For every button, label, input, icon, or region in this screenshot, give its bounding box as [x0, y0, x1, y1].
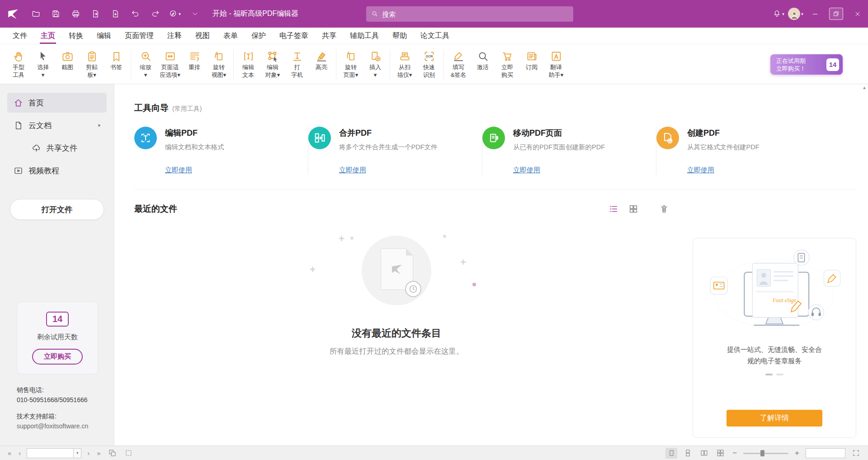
sidebar-item-cloud-docs[interactable]: 云文档 ▾: [7, 115, 107, 135]
ribbon-fit-page-options[interactable]: 页面适 应选项▾: [158, 48, 182, 80]
page-number-input[interactable]: [27, 448, 74, 458]
chevron-down-icon: ▾: [801, 12, 803, 16]
ribbon-collapse-button[interactable]: [186, 5, 203, 23]
ribbon-select[interactable]: 选择 ▾: [31, 48, 55, 80]
close-button[interactable]: [847, 0, 868, 28]
ribbon-insert[interactable]: 插入 ▾: [363, 48, 387, 80]
menu-item-paper-tools[interactable]: 论文工具: [415, 28, 455, 44]
ribbon-edit-text[interactable]: 编辑 文本: [236, 48, 260, 80]
sign-protect-button[interactable]: ▾: [166, 5, 184, 23]
sidebar-item-video-tutorials[interactable]: 视频教程: [7, 161, 107, 180]
continuous-view-button[interactable]: [682, 448, 693, 459]
menu-item-form[interactable]: 表单: [218, 28, 243, 44]
first-page-button[interactable]: «: [6, 449, 13, 457]
zoom-slider-track: [743, 453, 788, 454]
menu-item-share[interactable]: 共享: [316, 28, 342, 44]
ribbon-label: 选择: [37, 63, 49, 71]
ribbon-fill-sign[interactable]: 填写 &签名: [446, 48, 471, 80]
carousel-dot-active[interactable]: [765, 374, 773, 375]
menu-item-home[interactable]: 主页: [35, 28, 61, 44]
buy-now-button[interactable]: 立即购买: [32, 349, 83, 365]
ribbon-bookmark[interactable]: 书签: [104, 48, 128, 72]
zoom-slider[interactable]: [743, 450, 788, 456]
share-document-button[interactable]: [107, 5, 124, 23]
account-avatar-button[interactable]: ▾: [787, 5, 804, 23]
menu-item-esign[interactable]: 电子签章: [274, 28, 314, 44]
open-file-button[interactable]: 打开文件: [10, 199, 104, 220]
list-view-button[interactable]: [609, 204, 618, 214]
single-page-view-button[interactable]: [665, 448, 677, 459]
menu-item-view[interactable]: 视图: [190, 28, 215, 44]
select-area-button[interactable]: [123, 448, 135, 459]
menu-item-file[interactable]: 文件: [7, 28, 33, 44]
grid-view-button[interactable]: [628, 204, 638, 214]
minimize-button[interactable]: [804, 0, 826, 28]
support-email-link[interactable]: support@foxitsoftware.cn: [17, 421, 105, 431]
contact-info: 销售电话: 010-50951668/50951666 技术支持邮箱: supp…: [0, 385, 114, 446]
redo-button[interactable]: [146, 5, 164, 23]
carousel-dot[interactable]: [776, 374, 783, 375]
next-page-button[interactable]: ›: [86, 449, 91, 457]
zoom-in-button[interactable]: +: [793, 449, 801, 458]
ribbon-quick-ocr[interactable]: OCR 快速 识别: [417, 48, 441, 80]
sidebar-item-shared-files[interactable]: 共享文件: [25, 138, 107, 158]
search-input[interactable]: [382, 10, 568, 18]
zoom-level-input[interactable]: [806, 448, 845, 458]
ribbon-typewriter[interactable]: 打 字机: [285, 48, 309, 80]
edit-pdf-icon: [134, 127, 157, 149]
empty-state-description: 所有最近打开过的文件都会显示在这里。: [302, 346, 491, 356]
learn-more-button[interactable]: 了解详情: [726, 410, 822, 427]
notifications-bell-button[interactable]: ▾: [770, 5, 787, 23]
ribbon-rotate-view[interactable]: 旋转 视图▾: [207, 48, 231, 80]
search-box[interactable]: [366, 6, 573, 22]
zoom-out-button[interactable]: −: [731, 449, 739, 458]
ribbon-zoom[interactable]: 缩放 ▾: [133, 48, 158, 80]
menu-item-convert[interactable]: 转换: [63, 28, 89, 44]
restore-button[interactable]: [826, 0, 847, 28]
open-folder-button[interactable]: [27, 5, 44, 23]
fullscreen-button[interactable]: [850, 448, 862, 459]
menu-item-help[interactable]: 帮助: [387, 28, 412, 44]
menu-item-edit[interactable]: 编辑: [91, 28, 117, 44]
two-page-view-button[interactable]: [698, 448, 710, 459]
export-pdf-button[interactable]: [87, 5, 104, 23]
page-dropdown-button[interactable]: ▾: [74, 448, 81, 458]
menu-item-page-manage[interactable]: 页面管理: [119, 28, 159, 44]
zoom-slider-thumb[interactable]: [760, 450, 764, 456]
ribbon-highlight[interactable]: 高亮: [309, 48, 334, 72]
two-page-continuous-view-button[interactable]: [714, 448, 726, 459]
ribbon-label: &签名: [451, 71, 467, 79]
trial-period-badge[interactable]: 正在试用期 立即购买！ 14: [770, 54, 843, 75]
prev-page-button[interactable]: ‹: [17, 449, 22, 457]
use-now-link[interactable]: 立即使用: [513, 166, 540, 175]
ribbon-clipboard[interactable]: 剪贴 板▾: [80, 48, 104, 80]
ribbon-subscribe[interactable]: 订阅: [519, 48, 544, 72]
use-now-link[interactable]: 立即使用: [165, 166, 192, 175]
snapshot-tool-button[interactable]: [107, 448, 118, 459]
ribbon-rotate-pages[interactable]: 旋转 页面▾: [339, 48, 363, 80]
chevron-down-icon[interactable]: ▾: [98, 123, 100, 128]
print-button[interactable]: [67, 5, 84, 23]
use-now-link[interactable]: 立即使用: [687, 166, 714, 175]
ribbon-from-scanner[interactable]: 从扫 描仪▾: [392, 48, 417, 80]
clear-recent-button[interactable]: [659, 204, 669, 214]
ribbon-translate-assistant[interactable]: 翻译 助手▾: [544, 48, 568, 80]
save-button[interactable]: [47, 5, 64, 23]
menu-item-protect[interactable]: 保护: [246, 28, 271, 44]
sidebar-item-home[interactable]: 首页: [7, 93, 107, 113]
use-now-link[interactable]: 立即使用: [339, 166, 366, 175]
scanner-icon: [399, 49, 411, 63]
menu-item-comment[interactable]: 注释: [162, 28, 187, 44]
ribbon-screenshot[interactable]: 截图: [55, 48, 80, 72]
ribbon-buy-now[interactable]: 立即 购买: [495, 48, 519, 80]
ribbon-edit-object[interactable]: 编辑 对象▾: [260, 48, 285, 80]
scrollbar-up-arrow[interactable]: ▲: [862, 85, 867, 90]
ribbon-hand-tool[interactable]: 手型 工具: [6, 48, 31, 80]
tool-card-title: 创建PDF: [687, 128, 760, 138]
ribbon-activate[interactable]: 激活: [471, 48, 495, 72]
ribbon-reflow[interactable]: 重排: [182, 48, 207, 72]
menu-item-accessibility[interactable]: 辅助工具: [344, 28, 384, 44]
undo-button[interactable]: [127, 5, 144, 23]
last-page-button[interactable]: »: [95, 449, 102, 457]
ribbon-label: 对象▾: [265, 71, 280, 79]
